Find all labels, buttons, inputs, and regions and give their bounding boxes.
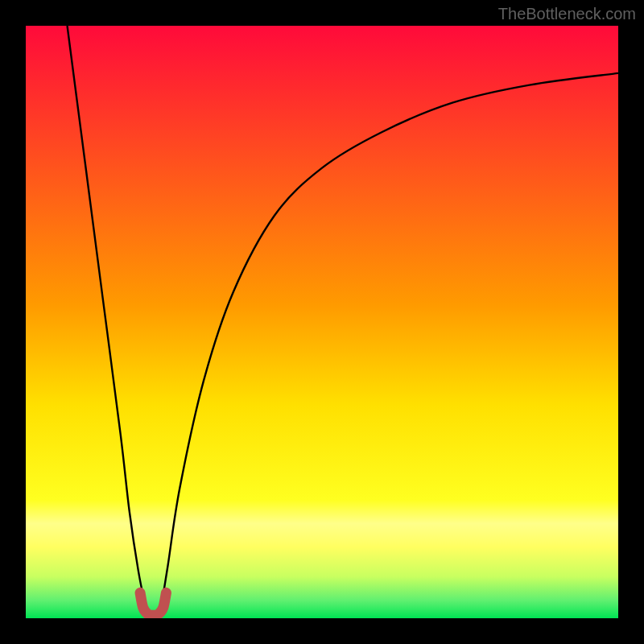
outer-frame: TheBottleneck.com — [0, 0, 644, 644]
attribution-text: TheBottleneck.com — [498, 5, 636, 23]
chart-svg — [26, 26, 618, 618]
svg-rect-0 — [26, 26, 618, 618]
plot-area — [26, 26, 618, 618]
